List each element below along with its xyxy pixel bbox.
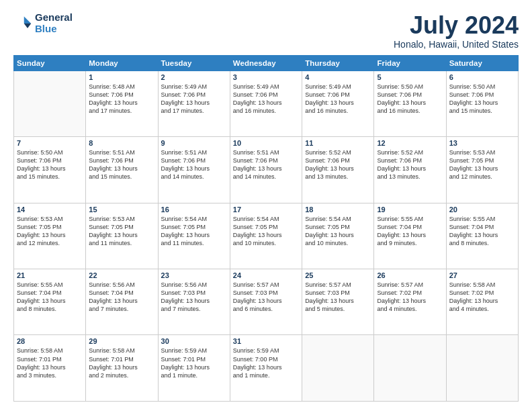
cell-info: Sunrise: 5:57 AM Sunset: 7:03 PM Dayligh… <box>233 281 299 314</box>
table-row: 18Sunrise: 5:54 AM Sunset: 7:05 PM Dayli… <box>302 203 374 269</box>
header-wednesday: Wednesday <box>230 55 302 71</box>
cell-info: Sunrise: 5:54 AM Sunset: 7:05 PM Dayligh… <box>161 215 227 248</box>
logo: General Blue <box>13 12 73 34</box>
table-row: 26Sunrise: 5:57 AM Sunset: 7:02 PM Dayli… <box>374 269 446 335</box>
week-row-2: 7Sunrise: 5:50 AM Sunset: 7:06 PM Daylig… <box>14 137 519 203</box>
day-number: 13 <box>449 139 515 147</box>
table-row: 10Sunrise: 5:51 AM Sunset: 7:06 PM Dayli… <box>230 137 302 203</box>
table-row: 5Sunrise: 5:50 AM Sunset: 7:06 PM Daylig… <box>374 71 446 136</box>
table-row: 13Sunrise: 5:53 AM Sunset: 7:05 PM Dayli… <box>446 137 518 203</box>
table-row: 3Sunrise: 5:49 AM Sunset: 7:06 PM Daylig… <box>230 71 302 136</box>
cell-info: Sunrise: 5:50 AM Sunset: 7:06 PM Dayligh… <box>17 148 83 181</box>
cell-info: Sunrise: 5:52 AM Sunset: 7:06 PM Dayligh… <box>305 148 371 181</box>
table-row: 20Sunrise: 5:55 AM Sunset: 7:04 PM Dayli… <box>446 203 518 269</box>
table-row: 16Sunrise: 5:54 AM Sunset: 7:05 PM Dayli… <box>158 203 230 269</box>
logo-icon <box>13 14 32 33</box>
day-number: 31 <box>233 337 299 345</box>
day-number: 23 <box>161 271 227 279</box>
day-number: 5 <box>377 73 443 81</box>
day-number: 12 <box>377 139 443 147</box>
table-row <box>446 335 518 402</box>
header-tuesday: Tuesday <box>158 55 230 71</box>
cell-info: Sunrise: 5:55 AM Sunset: 7:04 PM Dayligh… <box>377 215 443 248</box>
day-number: 6 <box>449 73 515 81</box>
page: General Blue July 2024 Honalo, Hawaii, U… <box>0 0 532 411</box>
day-number: 19 <box>377 205 443 214</box>
week-row-3: 14Sunrise: 5:53 AM Sunset: 7:05 PM Dayli… <box>14 203 519 269</box>
table-row: 28Sunrise: 5:58 AM Sunset: 7:01 PM Dayli… <box>14 335 86 402</box>
day-number: 10 <box>233 139 299 147</box>
table-row: 15Sunrise: 5:53 AM Sunset: 7:05 PM Dayli… <box>86 203 158 269</box>
day-number: 3 <box>233 73 299 81</box>
cell-info: Sunrise: 5:57 AM Sunset: 7:02 PM Dayligh… <box>377 281 443 314</box>
table-row: 14Sunrise: 5:53 AM Sunset: 7:05 PM Dayli… <box>14 203 86 269</box>
cell-info: Sunrise: 5:53 AM Sunset: 7:05 PM Dayligh… <box>17 215 83 248</box>
cell-info: Sunrise: 5:57 AM Sunset: 7:03 PM Dayligh… <box>305 281 371 314</box>
cell-info: Sunrise: 5:49 AM Sunset: 7:06 PM Dayligh… <box>305 83 371 116</box>
svg-marker-0 <box>24 16 32 24</box>
cell-info: Sunrise: 5:51 AM Sunset: 7:06 PM Dayligh… <box>161 148 227 181</box>
logo-line1: General <box>35 12 73 24</box>
table-row: 25Sunrise: 5:57 AM Sunset: 7:03 PM Dayli… <box>302 269 374 335</box>
table-row: 8Sunrise: 5:51 AM Sunset: 7:06 PM Daylig… <box>86 137 158 203</box>
day-number: 11 <box>305 139 371 147</box>
day-number: 14 <box>17 205 83 214</box>
header: General Blue July 2024 Honalo, Hawaii, U… <box>13 12 519 50</box>
table-row: 1Sunrise: 5:48 AM Sunset: 7:06 PM Daylig… <box>86 71 158 136</box>
table-row: 11Sunrise: 5:52 AM Sunset: 7:06 PM Dayli… <box>302 137 374 203</box>
cell-info: Sunrise: 5:59 AM Sunset: 7:00 PM Dayligh… <box>233 347 299 379</box>
table-row: 23Sunrise: 5:56 AM Sunset: 7:03 PM Dayli… <box>158 269 230 335</box>
cell-info: Sunrise: 5:58 AM Sunset: 7:02 PM Dayligh… <box>449 281 515 314</box>
day-number: 30 <box>161 337 227 345</box>
day-number: 20 <box>449 205 515 214</box>
header-monday: Monday <box>86 55 158 71</box>
cell-info: Sunrise: 5:58 AM Sunset: 7:01 PM Dayligh… <box>17 347 83 379</box>
day-number: 7 <box>17 139 83 147</box>
day-number: 29 <box>89 337 154 345</box>
day-number: 16 <box>161 205 227 214</box>
day-number: 22 <box>89 271 154 279</box>
cell-info: Sunrise: 5:51 AM Sunset: 7:06 PM Dayligh… <box>89 148 154 181</box>
day-number: 8 <box>89 139 154 147</box>
day-number: 4 <box>305 73 371 81</box>
table-row: 24Sunrise: 5:57 AM Sunset: 7:03 PM Dayli… <box>230 269 302 335</box>
table-row: 17Sunrise: 5:54 AM Sunset: 7:05 PM Dayli… <box>230 203 302 269</box>
table-row: 12Sunrise: 5:52 AM Sunset: 7:06 PM Dayli… <box>374 137 446 203</box>
cell-info: Sunrise: 5:53 AM Sunset: 7:05 PM Dayligh… <box>89 215 154 248</box>
main-title: July 2024 <box>394 12 519 39</box>
cell-info: Sunrise: 5:53 AM Sunset: 7:05 PM Dayligh… <box>449 148 515 181</box>
day-number: 18 <box>305 205 371 214</box>
header-saturday: Saturday <box>446 55 518 71</box>
day-number: 21 <box>17 271 83 279</box>
table-row: 4Sunrise: 5:49 AM Sunset: 7:06 PM Daylig… <box>302 71 374 136</box>
day-number: 26 <box>377 271 443 279</box>
header-thursday: Thursday <box>302 55 374 71</box>
table-row: 31Sunrise: 5:59 AM Sunset: 7:00 PM Dayli… <box>230 335 302 402</box>
table-row: 2Sunrise: 5:49 AM Sunset: 7:06 PM Daylig… <box>158 71 230 136</box>
cell-info: Sunrise: 5:48 AM Sunset: 7:06 PM Dayligh… <box>89 83 154 116</box>
day-number: 28 <box>17 337 83 345</box>
day-number: 1 <box>89 73 154 81</box>
cell-info: Sunrise: 5:58 AM Sunset: 7:01 PM Dayligh… <box>89 347 154 379</box>
table-row: 6Sunrise: 5:50 AM Sunset: 7:06 PM Daylig… <box>446 71 518 136</box>
week-row-4: 21Sunrise: 5:55 AM Sunset: 7:04 PM Dayli… <box>14 269 519 335</box>
day-number: 9 <box>161 139 227 147</box>
table-row: 9Sunrise: 5:51 AM Sunset: 7:06 PM Daylig… <box>158 137 230 203</box>
calendar-table: Sunday Monday Tuesday Wednesday Thursday… <box>13 55 519 402</box>
table-row: 7Sunrise: 5:50 AM Sunset: 7:06 PM Daylig… <box>14 137 86 203</box>
table-row: 22Sunrise: 5:56 AM Sunset: 7:04 PM Dayli… <box>86 269 158 335</box>
cell-info: Sunrise: 5:54 AM Sunset: 7:05 PM Dayligh… <box>305 215 371 248</box>
day-number: 27 <box>449 271 515 279</box>
svg-marker-1 <box>24 24 32 28</box>
logo-line2: Blue <box>35 24 73 35</box>
table-row: 27Sunrise: 5:58 AM Sunset: 7:02 PM Dayli… <box>446 269 518 335</box>
cell-info: Sunrise: 5:49 AM Sunset: 7:06 PM Dayligh… <box>233 83 299 116</box>
table-row: 29Sunrise: 5:58 AM Sunset: 7:01 PM Dayli… <box>86 335 158 402</box>
weekday-header-row: Sunday Monday Tuesday Wednesday Thursday… <box>14 55 519 71</box>
table-row <box>374 335 446 402</box>
day-number: 17 <box>233 205 299 214</box>
cell-info: Sunrise: 5:50 AM Sunset: 7:06 PM Dayligh… <box>377 83 443 116</box>
subtitle: Honalo, Hawaii, United States <box>394 39 519 50</box>
cell-info: Sunrise: 5:51 AM Sunset: 7:06 PM Dayligh… <box>233 148 299 181</box>
table-row: 30Sunrise: 5:59 AM Sunset: 7:01 PM Dayli… <box>158 335 230 402</box>
